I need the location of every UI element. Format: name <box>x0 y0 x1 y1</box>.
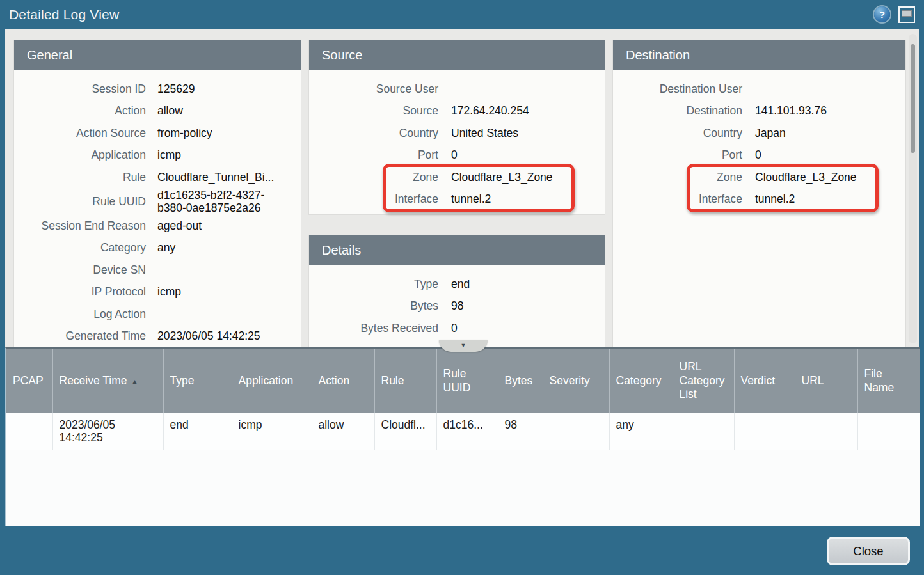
field-zone: Zone Cloudflare_L3_Zone <box>613 166 905 189</box>
field-value: 0 <box>451 148 458 162</box>
window-maximize-icon[interactable] <box>898 6 915 23</box>
panel-details-body: Type end Bytes 98 Bytes Received 0 <box>309 265 605 340</box>
panel-destination-title: Destination <box>613 40 905 70</box>
field-label: Port <box>613 148 742 162</box>
field-interface: Interface tunnel.2 <box>309 189 605 211</box>
field-destination: Destination 141.101.93.76 <box>613 100 905 123</box>
field-port: Port 0 <box>613 145 905 167</box>
column-header-pcap[interactable]: PCAP <box>6 349 52 413</box>
field-value: Japan <box>755 127 786 140</box>
field-application: Application icmp <box>14 145 301 167</box>
field-label: Session ID <box>14 83 146 96</box>
help-icon[interactable]: ? <box>874 6 890 22</box>
field-value: 98 <box>451 299 463 313</box>
field-value: Cloudflare_Tunnel_Bi... <box>157 171 274 184</box>
field-label: Destination User <box>613 83 742 96</box>
column-header-receive-time[interactable]: Receive Time▲ <box>52 349 163 413</box>
cell-action: allow <box>312 413 374 450</box>
field-action-source: Action Source from-policy <box>14 122 301 145</box>
field-label: Destination <box>613 104 742 118</box>
column-header-label: Receive Time <box>60 374 127 387</box>
column-header-type[interactable]: Type <box>163 349 232 413</box>
field-value: allow <box>157 104 183 118</box>
column-header-severity[interactable]: Severity <box>543 349 609 413</box>
column-header-application[interactable]: Application <box>232 349 312 413</box>
column-header-url[interactable]: URL <box>795 349 857 413</box>
field-value: d1c16235-b2f2-4327-b380-0ae1875e2a26 <box>157 189 292 215</box>
field-label: Zone <box>309 171 438 184</box>
field-label: Interface <box>613 193 742 206</box>
field-label: Action Source <box>14 127 146 140</box>
field-label: Interface <box>309 193 438 206</box>
column-header-rule[interactable]: Rule <box>374 349 436 413</box>
cell-bytes: 98 <box>498 413 543 450</box>
cell-rule: Cloudfl... <box>374 413 436 450</box>
cell-verdict <box>734 413 795 450</box>
column-header-action[interactable]: Action <box>312 349 374 413</box>
table-row[interactable]: 2023/06/05 14:42:25 end icmp allow Cloud… <box>6 413 920 450</box>
field-action: Action allow <box>14 100 301 123</box>
field-value: 141.101.93.76 <box>755 104 827 118</box>
field-label: Port <box>309 148 438 162</box>
panel-destination: Destination Destination User Destination… <box>613 40 905 347</box>
field-category: Category any <box>14 237 301 259</box>
field-source-user: Source User <box>309 78 605 100</box>
vertical-scrollbar-thumb[interactable] <box>911 44 915 153</box>
page-title: Detailed Log View <box>9 7 119 22</box>
field-value: from-policy <box>157 127 212 140</box>
field-label: Source <box>309 104 438 118</box>
cell-url <box>795 413 857 450</box>
field-interface: Interface tunnel.2 <box>613 189 905 211</box>
field-rule: Rule Cloudflare_Tunnel_Bi... <box>14 166 301 189</box>
titlebar: Detailed Log View ? <box>0 0 924 29</box>
field-session-end-reason: Session End Reason aged-out <box>14 215 301 237</box>
collapse-table-handle[interactable]: ▼ <box>439 340 488 352</box>
log-table: PCAP Receive Time▲ Type Application Acti… <box>6 349 920 450</box>
field-device-sn: Device SN <box>14 259 301 281</box>
field-generated-time: Generated Time 2023/06/05 14:42:25 <box>14 325 301 347</box>
panel-details-title: Details <box>309 235 605 265</box>
vertical-scrollbar-track[interactable] <box>909 34 917 343</box>
column-header-rule-uuid[interactable]: Rule UUID <box>436 349 498 413</box>
column-header-verdict[interactable]: Verdict <box>734 349 795 413</box>
field-value: any <box>157 241 175 255</box>
close-button[interactable]: Close <box>827 537 910 565</box>
column-header-url-category-list[interactable]: URL Category List <box>673 349 734 413</box>
field-bytes: Bytes 98 <box>309 295 605 318</box>
panel-source-title: Source <box>309 40 605 70</box>
field-label: Session End Reason <box>14 219 146 233</box>
field-label: IP Protocol <box>14 285 146 299</box>
cell-pcap <box>6 413 52 450</box>
cell-url-category-list <box>673 413 734 450</box>
field-value: 0 <box>451 322 458 335</box>
field-value: Cloudflare_L3_Zone <box>755 171 857 184</box>
field-label: Action <box>14 104 146 118</box>
cell-rule-uuid: d1c16... <box>436 413 498 450</box>
field-label: Type <box>309 278 438 291</box>
field-label: Generated Time <box>14 329 146 343</box>
cell-severity <box>543 413 609 450</box>
column-header-category[interactable]: Category <box>609 349 673 413</box>
field-value: aged-out <box>157 219 202 233</box>
field-country: Country Japan <box>613 122 905 145</box>
cell-file-name <box>857 413 920 450</box>
field-value: icmp <box>157 285 181 299</box>
column-header-file-name[interactable]: File Name <box>857 349 920 413</box>
cell-type: end <box>163 413 232 450</box>
window-pane-glyph <box>902 10 912 17</box>
cell-category: any <box>609 413 673 450</box>
field-destination-user: Destination User <box>613 78 905 100</box>
column-header-bytes[interactable]: Bytes <box>498 349 543 413</box>
field-value: Cloudflare_L3_Zone <box>451 171 553 184</box>
field-value: 0 <box>755 148 761 162</box>
field-label: Rule UUID <box>14 195 146 209</box>
field-label: Device SN <box>14 264 146 277</box>
field-label: Bytes Received <box>309 322 438 335</box>
field-label: Zone <box>613 171 742 184</box>
field-port: Port 0 <box>309 145 605 167</box>
log-table-section: PCAP Receive Time▲ Type Application Acti… <box>5 347 920 526</box>
log-detail-area: General Session ID 125629 Action allow A… <box>5 29 919 347</box>
field-label: Country <box>309 127 438 140</box>
field-source: Source 172.64.240.254 <box>309 100 605 123</box>
titlebar-icons: ? <box>874 6 915 23</box>
